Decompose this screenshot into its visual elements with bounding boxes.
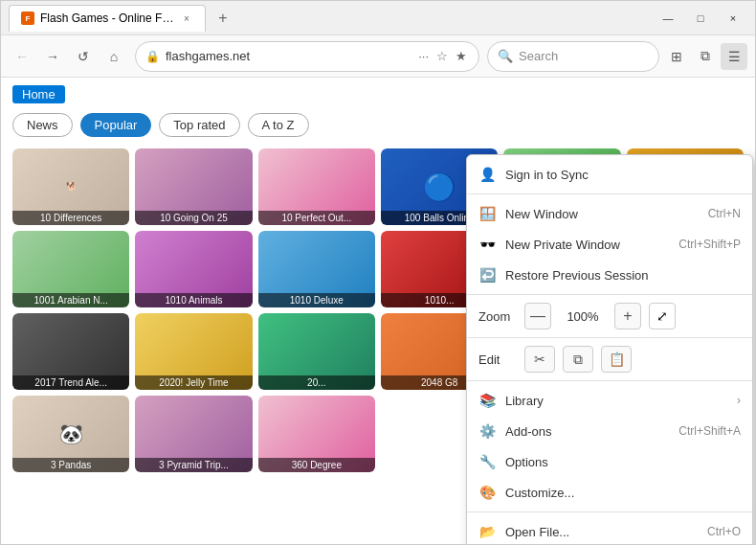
game-label: 1001 Arabian N... [12, 293, 129, 307]
game-tile[interactable]: 1001 Arabian N... [12, 231, 129, 307]
menu-addons-label: Add-ons [505, 424, 669, 439]
menu-divider-4 [467, 380, 752, 381]
back-button[interactable]: ← [9, 43, 35, 70]
game-tile[interactable]: 🐕10 Differences [12, 148, 129, 225]
close-button[interactable]: × [719, 9, 747, 28]
filter-bar: News Popular Top rated A to Z [12, 113, 744, 137]
menu-new-window-shortcut: Ctrl+N [708, 207, 741, 220]
filter-news[interactable]: News [12, 113, 73, 137]
filter-a-to-z[interactable]: A to Z [248, 113, 309, 137]
menu-private-window-label: New Private Window [505, 238, 669, 252]
menu-customize-label: Customize... [505, 486, 741, 500]
menu-zoom-row: Zoom — 100% + ⤢ [467, 299, 752, 333]
page-content: Home News Popular Top rated A to Z 🐕10 D… [1, 78, 755, 544]
menu-sign-in-label: Sign in to Sync [505, 168, 741, 182]
search-placeholder: Search [519, 49, 558, 63]
game-tile[interactable]: 1010 Deluxe [258, 231, 375, 307]
menu-addons-shortcut: Ctrl+Shift+A [678, 424, 741, 438]
zoom-expand-btn[interactable]: ⤢ [649, 303, 676, 329]
game-label: 1010 Deluxe [258, 293, 375, 307]
menu-library[interactable]: 📚 Library › [467, 385, 752, 416]
address-text: flashgames.net [166, 49, 411, 63]
zoom-minus-btn[interactable]: — [524, 303, 551, 329]
game-tile[interactable]: 10 Perfect Out... [258, 148, 375, 225]
menu-new-window[interactable]: 🪟 New Window Ctrl+N [467, 198, 752, 229]
browser-tab[interactable]: F Flash Games - Online Flash Ga... × [9, 5, 206, 32]
menu-options[interactable]: 🔧 Options [467, 446, 752, 477]
menu-options-label: Options [505, 455, 741, 469]
zoom-label: Zoom [478, 309, 517, 324]
zoom-plus-btn[interactable]: + [614, 303, 641, 329]
addons-icon: ⚙️ [478, 422, 496, 440]
star-icon[interactable]: ★ [454, 47, 469, 65]
paste-btn[interactable]: 📋 [601, 346, 632, 373]
menu-private-window[interactable]: 🕶️ New Private Window Ctrl+Shift+P [467, 229, 752, 260]
dots-icon[interactable]: ··· [416, 47, 431, 65]
game-label: 2017 Trend Ale... [12, 375, 129, 390]
tab-close-btn[interactable]: × [180, 11, 193, 25]
minimize-button[interactable]: — [654, 9, 682, 28]
title-bar: F Flash Games - Online Flash Ga... × + —… [1, 1, 755, 35]
window-controls: — □ × [654, 9, 747, 28]
private-icon: 🕶️ [478, 236, 496, 253]
game-label: 10 Differences [12, 211, 129, 225]
game-tile[interactable]: 3 Pyramid Trip... [135, 396, 252, 472]
menu-divider-5 [467, 511, 752, 512]
maximize-button[interactable]: □ [686, 9, 715, 28]
menu-button[interactable]: ☰ [721, 43, 747, 70]
search-box[interactable]: 🔍 Search [487, 41, 659, 72]
menu-divider-1 [467, 193, 752, 194]
menu-restore-label: Restore Previous Session [505, 268, 741, 283]
address-bar[interactable]: 🔒 flashgames.net ··· ☆ ★ [135, 41, 479, 72]
game-tile[interactable]: 20... [258, 313, 375, 390]
tab-title: Flash Games - Online Flash Ga... [40, 11, 174, 25]
menu-restore-session[interactable]: ↩️ Restore Previous Session [467, 260, 752, 290]
menu-sign-in[interactable]: 👤 Sign in to Sync [467, 159, 752, 190]
tab-favicon: F [21, 11, 34, 25]
menu-open-file-label: Open File... [505, 525, 698, 539]
game-label: 360 Degree [258, 458, 375, 472]
menu-open-file[interactable]: 📂 Open File... Ctrl+O [467, 516, 752, 544]
game-label: 20... [258, 375, 375, 390]
library-icon-btn[interactable]: ⊞ [663, 43, 690, 70]
filter-top-rated[interactable]: Top rated [159, 113, 239, 137]
menu-edit-row: Edit ✂ ⧉ 📋 [467, 342, 752, 376]
cut-btn[interactable]: ✂ [524, 346, 555, 373]
copy-btn[interactable]: ⧉ [563, 346, 593, 373]
menu-new-window-label: New Window [505, 207, 699, 221]
menu-addons[interactable]: ⚙️ Add-ons Ctrl+Shift+A [467, 416, 752, 446]
game-tile[interactable]: 2017 Trend Ale... [12, 313, 129, 390]
firefox-menu: 👤 Sign in to Sync 🪟 New Window Ctrl+N 🕶️… [466, 154, 753, 544]
new-tab-button[interactable]: + [211, 7, 234, 30]
toolbar-right: ⊞ ⧉ ☰ [663, 43, 747, 70]
home-button[interactable]: ⌂ [100, 43, 127, 70]
bookmark-icon[interactable]: ☆ [434, 47, 450, 65]
game-label: 3 Pyramid Trip... [135, 458, 252, 472]
game-label: 1010 Animals [135, 293, 252, 307]
edit-label: Edit [478, 352, 517, 367]
window-icon: 🪟 [478, 205, 496, 222]
synced-tabs-btn[interactable]: ⧉ [692, 43, 719, 70]
game-tile[interactable]: 🐼3 Pandas [12, 396, 129, 472]
game-tile[interactable]: 1010 Animals [135, 231, 252, 307]
menu-open-file-shortcut: Ctrl+O [707, 525, 741, 538]
game-tile[interactable]: 10 Going On 25 [135, 148, 252, 225]
search-icon: 🔍 [498, 49, 513, 63]
forward-button[interactable]: → [39, 43, 66, 70]
menu-customize[interactable]: 🎨 Customize... [467, 477, 752, 508]
sync-icon: 👤 [478, 166, 496, 183]
breadcrumb[interactable]: Home [12, 85, 65, 103]
game-tile[interactable]: 2020! Jelly Time [135, 313, 252, 390]
open-file-icon: 📂 [478, 523, 496, 540]
game-tile[interactable]: 360 Degree [258, 396, 375, 472]
browser-toolbar: ← → ↺ ⌂ 🔒 flashgames.net ··· ☆ ★ 🔍 Searc… [1, 35, 755, 78]
game-label: 10 Going On 25 [135, 211, 252, 225]
reload-button[interactable]: ↺ [70, 43, 97, 70]
address-icons: ··· ☆ ★ [416, 47, 469, 65]
customize-icon: 🎨 [478, 484, 496, 501]
restore-icon: ↩️ [478, 266, 496, 284]
menu-private-window-shortcut: Ctrl+Shift+P [678, 238, 741, 251]
game-label: 2020! Jelly Time [135, 375, 252, 390]
menu-divider-3 [467, 337, 752, 338]
filter-popular[interactable]: Popular [80, 113, 152, 137]
